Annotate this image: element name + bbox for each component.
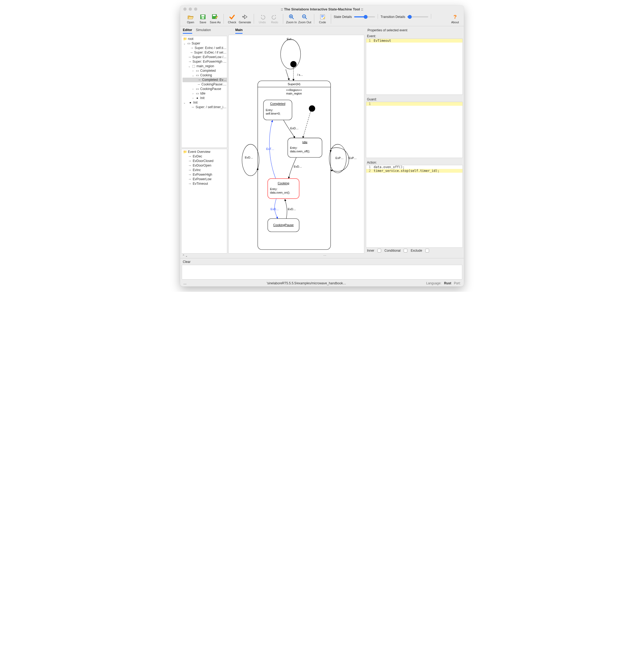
edge-label: EvI… [287,37,294,41]
event-item[interactable]: →EvDoorOpen [183,163,227,168]
zoom-out-button[interactable]: Zoom Out [297,14,312,24]
tree-item[interactable]: ›●Init [183,96,227,100]
tab-simulation[interactable]: Simulation [196,28,211,34]
properties-checkboxes: Inner Conditional Exclude [366,248,463,254]
tree-item[interactable]: →Super: / self.timer_i… [183,105,227,110]
region-name: main_region [286,92,302,95]
tree-item[interactable]: ⌄▭Cooking [183,73,227,78]
initial-node-inner[interactable] [309,105,315,112]
arrow-icon: → [188,159,192,163]
event-item[interactable]: →EvPowerHigh [183,172,227,177]
initial-node[interactable] [290,61,296,67]
action-editor[interactable]: 1data.oven_off(); 2timer_service.stop(se… [366,165,463,248]
code-text [372,102,463,106]
titlebar: :: The Sinelabore Interactive State-Mach… [180,5,464,13]
window-close-icon[interactable] [183,7,187,11]
redo-icon [271,14,278,20]
chevron-right-icon[interactable]: › [192,87,194,91]
chevron-down-icon[interactable]: ⌄ [192,73,194,78]
tree-item[interactable]: →CookingPause:… [183,82,227,87]
chevron-right-icon[interactable]: › [192,96,194,100]
tree-super[interactable]: ⌄▭Super [183,41,227,46]
code-button[interactable]: Code [316,14,329,24]
event-item[interactable]: →EvDoorClosed [183,159,227,163]
undo-button[interactable]: Undo [256,14,269,24]
code-text: EvTimeout [372,39,463,43]
event-overview-panel[interactable]: 📁Event Overview →EvDec→EvDoorClosed→EvDo… [181,149,227,254]
tree-item[interactable]: ›▭Completed [183,69,227,73]
zoom-in-button[interactable]: Zoom In [285,14,297,24]
folder-open-icon [187,14,194,20]
tree-root[interactable]: 📁root [183,37,227,41]
state-title: Idle [303,140,308,144]
chevron-right-icon[interactable]: › [192,91,194,96]
guard-editor[interactable]: 1 [366,102,463,158]
transition-details-slider[interactable] [407,16,428,17]
init-icon: ● [195,96,199,100]
tree-item[interactable]: ›▭CookingPause [183,87,227,91]
inner-label: Inner [367,249,374,253]
event-item[interactable]: →EvDec [183,154,227,159]
resize-handle[interactable]: ⋯ [188,254,462,258]
toolbar: Open Save Save As Check [180,13,464,26]
chevron-right-icon[interactable]: › [192,69,194,73]
state-details-slider[interactable] [354,16,375,17]
clear-button[interactable]: Clear [180,258,464,265]
status-bar: … 'sinelaboreRT5.5.5.5/examples/microwav… [180,280,464,287]
arrow-icon: → [197,82,200,87]
chevron-up-icon[interactable]: ⌃ [182,254,185,258]
event-item[interactable]: →EvTimeout [183,181,227,186]
diagram-canvas[interactable]: EvI… / s… Super(H) <<Region>> main_regio… [228,35,364,254]
svg-rect-1 [201,15,204,16]
open-button[interactable]: Open [184,14,197,24]
floppy-pencil-icon [212,14,218,20]
chevron-down-icon[interactable]: ⌄ [183,100,186,105]
region-icon: ⬚ [192,64,195,69]
event-item[interactable]: →EvPowerLow [183,177,227,181]
arrow-icon: → [188,59,191,64]
properties-title: Properties of selected event [366,27,463,34]
transition-details-label: Transition Details [381,15,405,19]
generate-button[interactable]: Generate [238,14,251,24]
arrow-icon: → [188,163,192,168]
window-minimize-icon[interactable] [189,7,192,11]
tab-editor[interactable]: Editor [183,28,192,34]
window-maximize-icon[interactable] [194,7,197,11]
inner-checkbox[interactable] [377,249,381,253]
edge-label: EvD… [293,165,302,168]
exclude-checkbox[interactable] [425,249,429,253]
tab-main[interactable]: Main [235,28,242,34]
conditional-checkbox[interactable] [404,249,407,253]
event-overview-title[interactable]: 📁Event Overview [183,150,227,154]
zoom-out-icon [302,14,308,20]
tree-item[interactable]: →Super: EvPowerLow /… [183,55,227,59]
svg-text:?: ? [453,14,457,20]
chevron-down-icon[interactable]: ⌄ [183,41,186,46]
svg-rect-2 [201,17,204,19]
tree-item[interactable]: →Super: EvPowerHigh … [183,59,227,64]
chevron-down-icon[interactable]: ⌄ [188,64,191,69]
log-output[interactable] [182,265,462,279]
tree-item[interactable]: →Super: EvInc / self.ti… [183,46,227,50]
state-diagram[interactable]: EvI… / s… Super(H) <<Region>> main_regio… [229,36,364,254]
save-button[interactable]: Save [197,14,209,24]
event-editor[interactable]: 1EvTimeout [366,39,463,95]
left-tabs: Editor Simulation [181,27,227,35]
check-button[interactable]: Check [226,14,238,24]
tree-region[interactable]: ⌄⬚main_region [183,64,227,69]
tree-item[interactable]: ⌄●Init [183,100,227,105]
svg-point-12 [242,144,259,176]
tree-item-selected[interactable]: →Completed: Ev… [183,78,227,82]
redo-button[interactable]: Redo [269,14,281,24]
state-icon: ▭ [195,87,199,91]
tree-item[interactable]: ›▭Idle [183,91,227,96]
tree-panel[interactable]: 📁root ⌄▭Super →Super: EvInc / self.ti… →… [181,36,227,148]
event-item[interactable]: →EvInc [183,168,227,172]
folder-icon: 📁 [183,150,187,154]
tree-item[interactable]: →Super: EvDec / if sel… [183,50,227,55]
save-as-button[interactable]: Save As [209,14,221,24]
region-tag: <<Region>> [286,88,302,92]
arrow-icon: → [190,46,193,50]
about-button[interactable]: ? About [449,14,462,24]
chevron-down-icon[interactable]: ⌄ [185,254,188,258]
